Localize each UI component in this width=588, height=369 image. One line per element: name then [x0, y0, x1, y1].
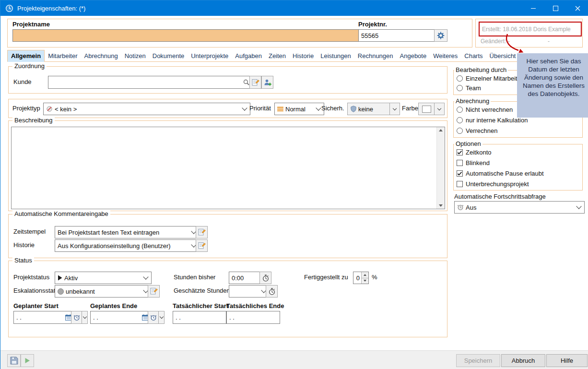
- tab-historie[interactable]: Historie: [289, 50, 317, 61]
- geschaetzte-stunden-timer-button[interactable]: [266, 285, 278, 298]
- radio-einzelner-mitarbeiter[interactable]: Einzelner Mitarbeiter: [457, 74, 523, 83]
- group-status: Status Projektstatus Aktiv Stunden bishe…: [8, 261, 447, 337]
- kunde-input[interactable]: [48, 76, 252, 89]
- projektstatus-label: Projektstatus: [13, 272, 49, 283]
- tab-charts[interactable]: Charts: [461, 50, 486, 61]
- chevron-down-icon: [316, 105, 321, 110]
- zeitstempel-edit-button[interactable]: [196, 226, 208, 238]
- checkbox-label: Zeitkonto: [466, 149, 491, 156]
- group-typrow: Projekttyp < kein > Priorität Normal Sic…: [8, 99, 447, 118]
- checkbox-unterbrechungsprojekt[interactable]: Unterbrechungsprojekt: [457, 180, 529, 188]
- tab-mitarbeiter[interactable]: Mitarbeiter: [45, 50, 81, 61]
- scroll-up-icon[interactable]: [439, 129, 443, 131]
- radio-verrechnen[interactable]: Verrechnen: [457, 127, 498, 135]
- fortschritt-label: Automatische Fortschrittsabfrage: [454, 193, 546, 200]
- radio-label: Team: [466, 84, 481, 92]
- hilfe-button[interactable]: Hilfe: [546, 354, 588, 367]
- tab-aufgaben[interactable]: Aufgaben: [232, 50, 265, 61]
- geplantes-ende-reminder-button[interactable]: [148, 311, 165, 324]
- spin-down-icon[interactable]: [362, 278, 368, 284]
- checkbox-blinkend[interactable]: Blinkend: [457, 159, 490, 167]
- projektnr-label: Projektnr.: [358, 21, 387, 28]
- radio-nicht-verrechnen[interactable]: Nicht verrechnen: [457, 106, 513, 114]
- zeitstempel-label: Zeitstempel: [13, 226, 46, 238]
- fertiggestellt-spinner[interactable]: 0: [353, 272, 369, 284]
- chevron-down-icon: [242, 105, 247, 110]
- fertiggestellt-label: Fertiggestellt zu: [304, 272, 348, 283]
- tab-unterprojekte[interactable]: Unterprojekte: [188, 50, 232, 61]
- tab-abrechnung[interactable]: Abrechnung: [81, 50, 121, 61]
- tab-allgemein[interactable]: Allgemein: [7, 50, 45, 62]
- green-play-icon: [24, 357, 30, 364]
- tatsaechliches-ende-value: . .: [229, 314, 235, 321]
- sicherheit-dropdown[interactable]: keine: [347, 103, 400, 115]
- eskalation-edit-button[interactable]: [148, 285, 160, 298]
- radio-team[interactable]: Team: [457, 84, 481, 92]
- geplanter-start-input[interactable]: . .: [13, 311, 75, 324]
- tab-weiteres[interactable]: Weiteres: [430, 50, 461, 61]
- projektnr-input[interactable]: 55565: [358, 29, 439, 42]
- tatsaechliches-ende-label: Tatsächliches Ende: [226, 302, 284, 309]
- abbruch-button[interactable]: Abbruch: [501, 354, 545, 367]
- save-icon-button[interactable]: [7, 354, 21, 367]
- close-button[interactable]: [566, 0, 588, 16]
- projektname-input[interactable]: [12, 29, 360, 42]
- kunde-add-button[interactable]: [261, 76, 273, 89]
- checkbox-zeitkonto[interactable]: Zeitkonto: [457, 148, 491, 156]
- geschaetzte-stunden-dropdown[interactable]: [229, 285, 270, 298]
- checkbox-automatische-pause[interactable]: Automatische Pause erlaubt: [457, 169, 544, 178]
- fertiggestellt-unit: %: [372, 272, 377, 283]
- tab-leistungen[interactable]: Leistungen: [317, 50, 354, 61]
- geplantes-ende-label: Geplantes Ende: [90, 302, 137, 309]
- zeitstempel-dropdown[interactable]: Bei Projektstart festen Text eintragen: [55, 226, 200, 238]
- eskalationsstatus-dropdown[interactable]: unbekannt: [55, 285, 152, 298]
- tab-angebote[interactable]: Angebote: [397, 50, 430, 61]
- radio-icon: [457, 75, 463, 82]
- group-zuordnung-legend: Zuordnung: [12, 62, 47, 70]
- historie-dropdown[interactable]: Aus Konfigurationseinstellung (Benutzer): [55, 239, 200, 252]
- projektnr-settings-button[interactable]: [434, 29, 447, 42]
- tab-notizen[interactable]: Notizen: [121, 50, 149, 61]
- tab-rechnungen[interactable]: Rechnungen: [354, 50, 397, 61]
- tab-dokumente[interactable]: Dokumente: [149, 50, 188, 61]
- tab-zeiten[interactable]: Zeiten: [265, 50, 289, 61]
- radio-label: nur interne Kalkulation: [466, 117, 528, 124]
- stunden-bisher-timer-button[interactable]: [259, 272, 271, 284]
- stunden-bisher-input[interactable]: 0:00: [229, 272, 264, 284]
- historie-edit-button[interactable]: [196, 239, 208, 252]
- minimize-button[interactable]: [522, 0, 544, 16]
- window-title: Projekteigenschaften: (*): [17, 5, 85, 12]
- geschaetzte-stunden-label: Geschätzte Stunden: [174, 285, 230, 297]
- maximize-button[interactable]: [544, 0, 566, 16]
- chevron-down-icon: [82, 315, 86, 319]
- group-zuordnung: Zuordnung Kunde: [8, 66, 447, 94]
- geplantes-ende-input[interactable]: . .: [90, 311, 152, 324]
- shield-icon: [351, 106, 356, 112]
- header-panel: Projektname Projektnr. 55565: [7, 19, 472, 48]
- radio-label: Einzelner Mitarbeiter: [466, 75, 523, 82]
- project-properties-window: Projekteigenschaften: (*) Projektname Pr…: [0, 0, 588, 369]
- tatsaechliches-ende-input[interactable]: . .: [226, 311, 280, 324]
- projektnr-value: 55565: [361, 32, 378, 39]
- checkbox-checked-icon: [457, 149, 463, 155]
- beschreibung-textarea[interactable]: [11, 127, 445, 209]
- geplanter-start-reminder-button[interactable]: [71, 311, 88, 324]
- fortschritt-dropdown[interactable]: Aus: [454, 201, 585, 214]
- scrollbar-vertical[interactable]: [436, 127, 445, 209]
- group-bearbeitung-legend: Bearbeitung durch: [454, 66, 508, 73]
- annotation-tooltip: Hier sehen Sie das Datum der letzten Änd…: [517, 53, 588, 118]
- scroll-down-icon[interactable]: [439, 204, 443, 207]
- farbe-dropdown[interactable]: [418, 103, 445, 115]
- prioritaet-dropdown[interactable]: Normal: [274, 103, 324, 115]
- start-timer-button[interactable]: [21, 354, 34, 367]
- edit-note-icon: [150, 287, 158, 295]
- speichern-button[interactable]: Speichern: [456, 354, 500, 367]
- projektstatus-dropdown[interactable]: Aktiv: [55, 272, 152, 284]
- chevron-down-icon: [437, 106, 441, 110]
- tatsaechlicher-start-input[interactable]: . .: [173, 311, 226, 324]
- projekttyp-dropdown[interactable]: < kein >: [43, 103, 250, 115]
- spin-up-icon[interactable]: [362, 272, 368, 278]
- historie-value: Aus Konfigurationseinstellung (Benutzer): [58, 242, 171, 250]
- status-dot-icon: [58, 288, 64, 295]
- kunde-edit-button[interactable]: [249, 76, 261, 89]
